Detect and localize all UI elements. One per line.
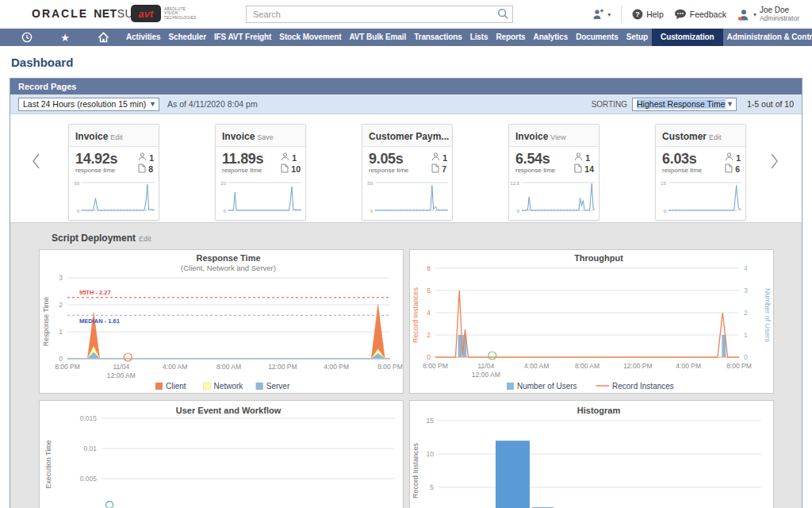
nav-item-analytics[interactable]: Analytics [530, 29, 573, 46]
svg-text:0: 0 [370, 209, 373, 214]
carousel-prev-button[interactable] [31, 152, 40, 172]
nav-item-ifs-avt-freight[interactable]: IFS AVT Freight [210, 29, 275, 46]
search-input[interactable] [246, 6, 513, 23]
person-icon [574, 152, 583, 164]
svg-text:MEDIAN - 1.61: MEDIAN - 1.61 [79, 318, 120, 325]
document-icon [725, 164, 733, 175]
chevron-down-icon: ▼ [726, 100, 733, 108]
nav-item-avt-bulk-email[interactable]: AVT Bulk Email [345, 29, 410, 46]
card-title: InvoiceSave [216, 125, 305, 147]
svg-text:3: 3 [59, 274, 63, 282]
svg-text:4:00 PM: 4:00 PM [676, 362, 701, 370]
svg-text:0: 0 [517, 209, 520, 214]
divider [621, 6, 622, 23]
page-title: Dashboard [11, 56, 802, 69]
sparkline: 200 [216, 175, 305, 220]
record-card-5[interactable]: CustomerEdit6.03sresponse time16150 [655, 124, 746, 221]
svg-text:10: 10 [427, 450, 435, 458]
svg-text:Record Instances: Record Instances [412, 442, 419, 498]
instances-count: 6 [725, 164, 741, 175]
card-title: Customer Paym...N [362, 125, 452, 147]
shortcuts-star-icon[interactable]: ★ [46, 29, 84, 46]
svg-text:2: 2 [59, 301, 63, 309]
svg-text:30: 30 [74, 181, 79, 186]
record-card-1[interactable]: InvoiceEdit14.92sresponse time18300 [68, 124, 159, 221]
chevron-down-icon: ▾ [607, 11, 611, 18]
carousel-next-button[interactable] [770, 152, 779, 172]
response-time-label: response time [662, 167, 702, 174]
record-cards-row: InvoiceEdit14.92sresponse time18300Invoi… [10, 114, 802, 222]
sparkline: 150 [656, 175, 745, 220]
charts-grid: Response Time(Client, Network and Server… [39, 249, 802, 508]
svg-text:1: 1 [59, 328, 63, 336]
pagination-text: 1-5 out of 10 [747, 99, 794, 109]
svg-text:User Event and Workflow: User Event and Workflow [176, 406, 282, 415]
svg-text:4:00 PM: 4:00 PM [324, 363, 349, 371]
svg-text:Throughput: Throughput [574, 253, 623, 263]
card-title: InvoiceEdit [69, 125, 159, 147]
user-name-block: Joe Doe Administrator [760, 6, 799, 23]
svg-text:6: 6 [427, 287, 431, 294]
top-bar: ORACLENETSUITE avt ABSOLUTE VISION TECHN… [0, 0, 812, 29]
nav-item-customization[interactable]: Customization [652, 29, 723, 46]
histogram-chart: Histogram15105Record Instances [409, 400, 774, 508]
search-icon[interactable] [497, 8, 509, 23]
card-title: CustomerEdit [656, 125, 745, 147]
record-pages-portlet: Record Pages Last 24 Hours (resolution 1… [10, 78, 802, 508]
nav-item-transactions[interactable]: Transactions [410, 29, 466, 46]
record-card-3[interactable]: Customer Paym...N9.05sresponse time17500 [362, 124, 453, 221]
feedback-button[interactable]: Feedback [674, 9, 726, 20]
instances-count: 8 [138, 164, 154, 175]
feedback-icon [674, 9, 687, 20]
nav-item-activities[interactable]: Activities [122, 29, 164, 46]
user-role: Administrator [760, 14, 799, 23]
response-time-value: 11.89s [222, 151, 263, 167]
svg-text:3: 3 [744, 287, 748, 294]
nav-item-scheduler[interactable]: Scheduler [164, 29, 209, 46]
record-cards: InvoiceEdit14.92sresponse time18300Invoi… [10, 114, 802, 221]
avt-logo-subtext: ABSOLUTE VISION TECHNOLOGIES [164, 7, 197, 21]
sparkline: 500 [362, 175, 452, 220]
person-icon [281, 152, 289, 164]
svg-text:8:00 AM: 8:00 AM [216, 363, 241, 371]
avt-logo-mark: avt [131, 5, 161, 22]
nav-item-lists[interactable]: Lists [466, 29, 492, 46]
svg-text:11/04: 11/04 [478, 362, 495, 370]
oracle-wordmark: ORACLE [32, 7, 88, 20]
record-card-2[interactable]: InvoiceSave11.89sresponse time110200 [215, 124, 306, 221]
help-button[interactable]: ? Help [632, 9, 664, 20]
person-icon [138, 152, 147, 164]
avt-logo: avt ABSOLUTE VISION TECHNOLOGIES [131, 5, 197, 22]
svg-text:Response Time: Response Time [196, 253, 260, 263]
recent-records-icon[interactable] [8, 29, 46, 46]
script-deployment-section: Script DeploymentEdit Response Time(Clie… [10, 222, 802, 508]
svg-text:(Client, Network and Server): (Client, Network and Server) [181, 264, 276, 272]
nav-item-administration-controls[interactable]: Administration & Controls [723, 29, 812, 46]
svg-text:12:00 PM: 12:00 PM [623, 362, 652, 370]
nav-item-reports[interactable]: Reports [492, 29, 530, 46]
svg-text:Histogram: Histogram [577, 406, 621, 415]
home-icon[interactable] [84, 29, 122, 46]
nav-item-stock-movement[interactable]: Stock Movement [275, 29, 345, 46]
svg-text:4: 4 [744, 264, 748, 272]
user-event-workflow-chart: User Event and Workflow0.0150.010.005Exe… [39, 400, 404, 508]
svg-text:2: 2 [427, 331, 431, 339]
user-menu[interactable]: ▾ Joe Doe Administrator [737, 6, 799, 23]
record-pages-header[interactable]: Record Pages [10, 79, 802, 94]
script-deployment-edit-link[interactable]: Edit [139, 235, 151, 243]
response-time-chart: Response Time(Client, Network and Server… [39, 249, 404, 394]
svg-text:0.005: 0.005 [80, 475, 98, 483]
time-range-select[interactable]: Last 24 Hours (resolution 15 min) ▼ [18, 98, 159, 111]
svg-text:4:00 AM: 4:00 AM [163, 363, 187, 371]
sparkline: 300 [69, 175, 159, 220]
nav-item-documents[interactable]: Documents [572, 29, 622, 46]
svg-text:8:00 PM: 8:00 PM [55, 363, 80, 371]
svg-text:8:00 PM: 8:00 PM [423, 362, 448, 370]
person-icon [725, 152, 733, 164]
personalize-menu[interactable]: ▾ [592, 9, 611, 20]
record-card-4[interactable]: InvoiceView6.54sresponse time11412.50 [508, 124, 599, 221]
sorting-select[interactable]: Highest Response Time ▼ [632, 98, 737, 111]
svg-text:0.015: 0.015 [80, 414, 98, 422]
response-time-value: 6.03s [662, 151, 702, 167]
nav-item-setup[interactable]: Setup [622, 29, 652, 46]
